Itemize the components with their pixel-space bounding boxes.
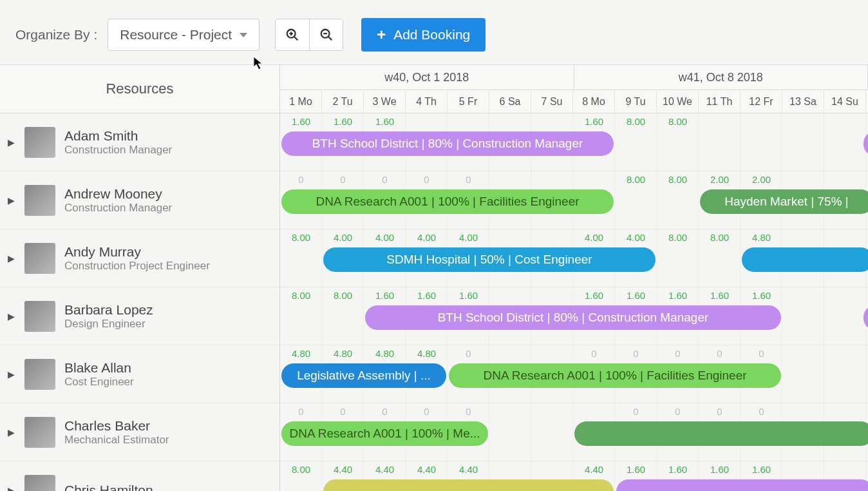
resource-role: Construction Manager xyxy=(64,202,172,215)
day-cell[interactable]: 7 Su xyxy=(531,90,573,113)
hours-value xyxy=(782,116,824,128)
expand-arrow-icon[interactable]: ▶ xyxy=(8,195,15,206)
day-cell[interactable]: 9 Tu xyxy=(615,90,657,113)
expand-arrow-icon[interactable]: ▶ xyxy=(8,427,15,438)
hours-value xyxy=(489,174,531,186)
hours-row: 8.004.004.004.004.004.004.008.008.004.80 xyxy=(280,232,868,244)
resource-role: Design Engineer xyxy=(64,318,153,331)
resource-info: Barbara Lopez Design Engineer xyxy=(64,302,153,331)
booking-bar[interactable] xyxy=(742,247,868,272)
resource-row[interactable]: ▶ Chris Hamilton xyxy=(0,461,279,491)
hours-value: 0 xyxy=(741,406,782,418)
resource-row[interactable]: ▶ Charles Baker Mechanical Estimator xyxy=(0,403,279,461)
booking-bar[interactable]: Legislative Assembly | ... xyxy=(281,363,446,388)
resource-name: Blake Allan xyxy=(64,360,134,376)
hours-value: 1.60 xyxy=(364,290,406,302)
resources-column: Resources ▶ Adam Smith Construction Mana… xyxy=(0,65,280,491)
timeline-row[interactable]: 000000000DNA Research A001 | 100% | Me..… xyxy=(280,403,868,461)
timeline-row[interactable]: 8.004.404.404.404.404.401.601.601.601.60 xyxy=(280,461,868,491)
organize-by-label: Organize By : xyxy=(15,27,97,43)
hours-value: 1.60 xyxy=(657,464,699,476)
resource-row[interactable]: ▶ Adam Smith Construction Manager xyxy=(0,113,279,171)
hours-value: 8.00 xyxy=(657,116,699,128)
day-cell[interactable]: 5 Fr xyxy=(448,90,489,113)
resource-row[interactable]: ▶ Andy Murray Construction Project Engin… xyxy=(0,229,279,287)
booking-bar[interactable]: DNA Research A001 | 100% | Facilities En… xyxy=(281,189,614,214)
timeline-row[interactable]: 8.004.004.004.004.004.004.008.008.004.80… xyxy=(280,229,868,287)
booking-bar[interactable] xyxy=(574,421,868,446)
hours-value: 8.00 xyxy=(699,232,741,244)
booking-bar[interactable]: SDMH Hospital | 50% | Cost Engineer xyxy=(323,247,656,272)
hours-value: 8.00 xyxy=(615,116,657,128)
hours-value xyxy=(489,348,531,360)
resource-name: Chris Hamilton xyxy=(64,483,153,492)
timeline-row[interactable]: 8.008.001.601.601.601.601.601.601.601.60… xyxy=(280,287,868,345)
hours-value xyxy=(531,116,573,128)
resources-header: Resources xyxy=(0,65,279,113)
booking-bar[interactable]: Hayden Market | 75% | xyxy=(700,189,868,214)
booking-bar[interactable] xyxy=(616,479,868,491)
svg-line-1 xyxy=(294,37,298,41)
zoom-out-button[interactable] xyxy=(309,19,343,50)
hours-value: 1.60 xyxy=(573,290,615,302)
organize-by-dropdown[interactable]: Resource - Project xyxy=(108,19,259,51)
day-cell[interactable]: 6 Sa xyxy=(489,90,531,113)
hours-value: 8.00 xyxy=(280,464,322,476)
day-cell[interactable]: 14 Su xyxy=(824,90,866,113)
expand-arrow-icon[interactable]: ▶ xyxy=(8,369,15,380)
hours-value: 1.60 xyxy=(741,290,782,302)
add-booking-label: Add Booking xyxy=(393,27,470,43)
resource-role: Mechanical Estimator xyxy=(64,434,169,447)
hours-value: 0 xyxy=(406,174,448,186)
week-cell: w41, Oct 8 2018 xyxy=(574,65,869,90)
day-cell[interactable]: 1 Mo xyxy=(280,90,322,113)
day-cell[interactable]: 8 Mo xyxy=(573,90,615,113)
day-cell[interactable]: 2 Tu xyxy=(322,90,364,113)
resource-info: Blake Allan Cost Engineer xyxy=(64,360,134,389)
add-booking-button[interactable]: + Add Booking xyxy=(361,18,486,52)
week-cell: w40, Oct 1 2018 xyxy=(280,65,574,90)
hours-value xyxy=(824,174,866,186)
hours-value xyxy=(489,290,531,302)
expand-arrow-icon[interactable]: ▶ xyxy=(8,485,15,492)
hours-value: 0 xyxy=(448,174,489,186)
avatar xyxy=(24,301,55,332)
zoom-in-button[interactable] xyxy=(276,19,309,50)
hours-value xyxy=(573,174,615,186)
day-cell[interactable]: 10 We xyxy=(657,90,699,113)
hours-value: 1.60 xyxy=(699,464,741,476)
hours-value: 8.00 xyxy=(615,174,657,186)
timeline-row[interactable]: 1.601.601.601.608.008.00BTH School Distr… xyxy=(280,113,868,171)
expand-arrow-icon[interactable]: ▶ xyxy=(8,253,15,264)
booking-bar[interactable]: BTH School District | 80% | Construction… xyxy=(365,305,781,330)
hours-value: 4.80 xyxy=(364,348,406,360)
hours-value: 4.80 xyxy=(280,348,322,360)
hours-row: 000008.008.002.002.00 xyxy=(280,174,868,186)
timeline-row[interactable]: 4.804.804.804.80000000Legislative Assemb… xyxy=(280,345,868,403)
expand-arrow-icon[interactable]: ▶ xyxy=(8,311,15,322)
hours-value xyxy=(699,116,741,128)
booking-bar[interactable]: BTH School District | 80% | Construction… xyxy=(281,131,614,156)
hours-value xyxy=(824,406,866,418)
booking-bar[interactable] xyxy=(863,305,869,330)
timeline-body[interactable]: 1.601.601.601.608.008.00BTH School Distr… xyxy=(280,113,868,491)
expand-arrow-icon[interactable]: ▶ xyxy=(8,137,15,148)
resource-row[interactable]: ▶ Barbara Lopez Design Engineer xyxy=(0,287,279,345)
day-cell[interactable]: 11 Th xyxy=(699,90,741,113)
hours-value: 4.80 xyxy=(406,348,448,360)
hours-value: 0 xyxy=(280,406,322,418)
resource-row[interactable]: ▶ Andrew Mooney Construction Manager xyxy=(0,171,279,229)
day-cell[interactable]: 13 Sa xyxy=(782,90,824,113)
booking-bar[interactable]: DNA Research A001 | 100% | Facilities En… xyxy=(449,363,781,388)
toolbar: Organize By : Resource - Project + Add B… xyxy=(0,0,868,64)
hours-value: 4.00 xyxy=(448,232,489,244)
day-cell[interactable]: 12 Fr xyxy=(741,90,782,113)
day-cell[interactable]: 3 We xyxy=(364,90,406,113)
booking-bar[interactable]: DNA Research A001 | 100% | Me... xyxy=(281,421,488,446)
timeline-row[interactable]: 000008.008.002.002.00DNA Research A001 |… xyxy=(280,171,868,229)
booking-bar[interactable] xyxy=(323,479,614,491)
hours-value xyxy=(489,116,531,128)
resource-row[interactable]: ▶ Blake Allan Cost Engineer xyxy=(0,345,279,403)
booking-bar[interactable] xyxy=(863,131,869,156)
day-cell[interactable]: 4 Th xyxy=(406,90,448,113)
